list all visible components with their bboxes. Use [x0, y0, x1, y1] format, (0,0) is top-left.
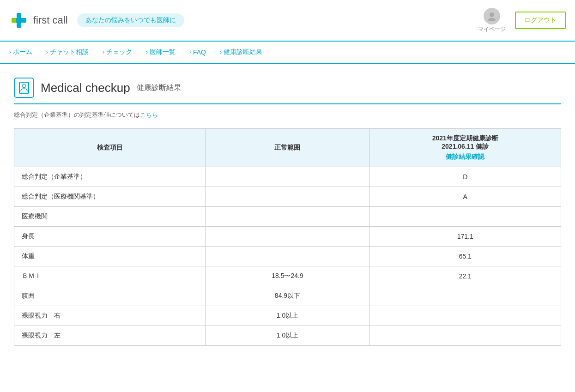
- table-row: 総合判定（企業基準）D: [14, 167, 561, 187]
- col-result-year: 2021年度定期健康診断: [432, 134, 498, 142]
- table-cell-item: ＢＭＩ: [14, 266, 206, 286]
- table-row: 裸眼視力 右1.0以上: [14, 306, 561, 326]
- nav-label-faq: FAQ: [193, 48, 206, 56]
- table-row: 腹囲84.9以下: [14, 286, 561, 306]
- table-cell-item: 体重: [14, 247, 206, 266]
- table-cell-item: 腹囲: [14, 286, 206, 306]
- logout-button[interactable]: ログアウト: [515, 12, 566, 29]
- header: first call あなたの悩みをいつでも医師に マイページ ログアウト: [0, 0, 575, 42]
- table-row: 医療機関: [14, 207, 561, 227]
- nav-label-home: ホーム: [13, 48, 32, 56]
- main-content: Medical checkup 健康診断結果 総合判定（企業基準）の判定基準値に…: [0, 64, 575, 360]
- svg-rect-1: [17, 13, 21, 28]
- table-cell-result: [369, 286, 561, 306]
- subtitle-text: 総合判定（企業基準）の判定基準値については: [14, 111, 140, 118]
- table-cell-result: [369, 326, 561, 346]
- logo-icon: [9, 11, 29, 30]
- col-result-date: 2021.06.11 健診: [442, 143, 489, 150]
- table-cell-item: 総合判定（企業基準）: [14, 167, 206, 187]
- nav-chevron-home: ›: [9, 49, 11, 55]
- page-title-jp: 健康診断結果: [137, 83, 181, 93]
- logo-area: first call: [9, 11, 68, 30]
- table-row: 総合判定（医療機関基準）A: [14, 187, 561, 207]
- checkup-table: 検査項目 正常範囲 2021年度定期健康診断 2021.06.11 健診 健診結…: [14, 128, 561, 346]
- subtitle-link[interactable]: こちら: [140, 111, 158, 118]
- table-cell-result: 171.1: [369, 227, 561, 247]
- table-cell-item: 医療機関: [14, 207, 206, 227]
- table-cell-result: 65.1: [369, 247, 561, 266]
- mypage-label: マイページ: [478, 25, 506, 33]
- nav-label-check: チェック: [106, 48, 132, 56]
- svg-point-6: [22, 84, 26, 88]
- table-cell-range: 1.0以上: [206, 306, 369, 326]
- svg-point-3: [490, 12, 494, 17]
- table-row: ＢＭＩ18.5〜24.922.1: [14, 266, 561, 286]
- tagline-badge: あなたの悩みをいつでも医師に: [77, 13, 184, 27]
- mypage-area[interactable]: マイページ: [478, 8, 506, 33]
- table-cell-result: 22.1: [369, 266, 561, 286]
- table-cell-range: [206, 247, 369, 266]
- nav-item-health[interactable]: › 健康診断結果: [220, 48, 262, 56]
- table-cell-range: [206, 187, 369, 207]
- table-row: 体重65.1: [14, 247, 561, 266]
- table-cell-item: 総合判定（医療機関基準）: [14, 187, 206, 207]
- nav-item-chat[interactable]: › チャット相談: [46, 48, 89, 56]
- svg-rect-2: [12, 18, 16, 23]
- nav-chevron-check: ›: [103, 49, 104, 55]
- subtitle-row: 総合判定（企業基準）の判定基準値についてはこちら: [14, 111, 561, 119]
- nav-item-doctors[interactable]: › 医師一覧: [146, 48, 176, 56]
- nav-label-health: 健康診断結果: [224, 48, 262, 56]
- navigation: › ホーム › チャット相談 › チェック › 医師一覧 › FAQ › 健康診…: [0, 42, 575, 64]
- table-row: 身長171.1: [14, 227, 561, 247]
- table-cell-range: 18.5〜24.9: [206, 266, 369, 286]
- table-cell-range: [206, 167, 369, 187]
- nav-label-doctors: 医師一覧: [150, 48, 176, 56]
- nav-label-chat: チャット相談: [50, 48, 89, 56]
- header-right: マイページ ログアウト: [478, 8, 566, 33]
- table-cell-item: 裸眼視力 右: [14, 306, 206, 326]
- col-header-range: 正常範囲: [206, 129, 369, 167]
- nav-chevron-chat: ›: [46, 49, 48, 55]
- table-cell-item: 身長: [14, 227, 206, 247]
- col-result-info: 2021年度定期健康診断 2021.06.11 健診 健診結果確認: [377, 134, 553, 161]
- nav-chevron-doctors: ›: [146, 49, 148, 55]
- nav-chevron-health: ›: [220, 49, 222, 55]
- table-cell-result: A: [369, 187, 561, 207]
- table-cell-range: 1.0以上: [206, 326, 369, 346]
- table-cell-range: [206, 207, 369, 227]
- nav-item-faq[interactable]: › FAQ: [189, 48, 206, 56]
- table-cell-result: [369, 306, 561, 326]
- page-title-en: Medical checkup: [41, 81, 130, 95]
- col-header-item: 検査項目: [14, 129, 206, 167]
- nav-item-check[interactable]: › チェック: [103, 48, 132, 56]
- page-title-area: Medical checkup 健康診断結果: [14, 78, 561, 104]
- table-wrapper: 検査項目 正常範囲 2021年度定期健康診断 2021.06.11 健診 健診結…: [14, 128, 561, 346]
- table-cell-result: D: [369, 167, 561, 187]
- table-cell-item: 裸眼視力 左: [14, 326, 206, 346]
- col-header-result: 2021年度定期健康診断 2021.06.11 健診 健診結果確認: [369, 129, 561, 167]
- nav-item-home[interactable]: › ホーム: [9, 48, 32, 56]
- table-cell-result: [369, 207, 561, 227]
- table-row: 裸眼視力 左1.0以上: [14, 326, 561, 346]
- svg-point-4: [488, 18, 496, 21]
- mypage-icon: [484, 8, 500, 24]
- table-cell-range: [206, 227, 369, 247]
- col-result-link[interactable]: 健診結果確認: [377, 153, 553, 161]
- medical-checkup-icon: [14, 78, 34, 98]
- nav-chevron-faq: ›: [189, 49, 191, 55]
- table-cell-range: 84.9以下: [206, 286, 369, 306]
- logo-text: first call: [33, 14, 68, 26]
